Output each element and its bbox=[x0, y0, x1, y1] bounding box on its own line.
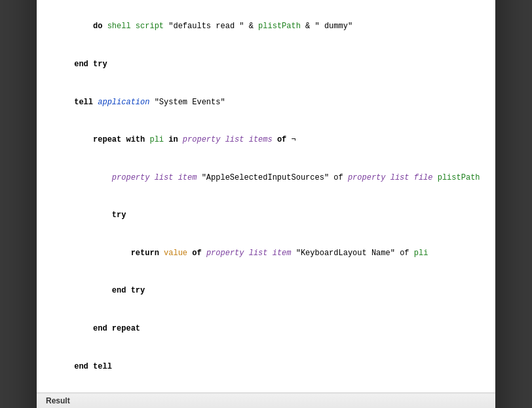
code-line-2: try bbox=[46, 0, 486, 8]
code-line-8: try bbox=[46, 197, 486, 235]
code-line-10: end try bbox=[46, 272, 486, 310]
code-editor[interactable]: set plistPath to "~/Library/Preferences/… bbox=[37, 0, 495, 393]
code-line-5: tell application "System Events" bbox=[46, 83, 486, 121]
code-line-6: repeat with pli in property list items o… bbox=[46, 121, 486, 159]
app-window: Untitled Edited 🔨 ⊡ AppleScript ▾ <No se… bbox=[37, 0, 495, 408]
code-line-7: property list item "AppleSelectedInputSo… bbox=[46, 159, 486, 197]
code-line-9: return value of property list item "Keyb… bbox=[46, 235, 486, 273]
code-line-11: end repeat bbox=[46, 310, 486, 348]
result-header: Result bbox=[37, 393, 495, 408]
code-line-3: do shell script "defaults read " & plist… bbox=[46, 8, 486, 46]
code-line-12: end tell bbox=[46, 348, 486, 386]
code-line-4: end try bbox=[46, 46, 486, 84]
